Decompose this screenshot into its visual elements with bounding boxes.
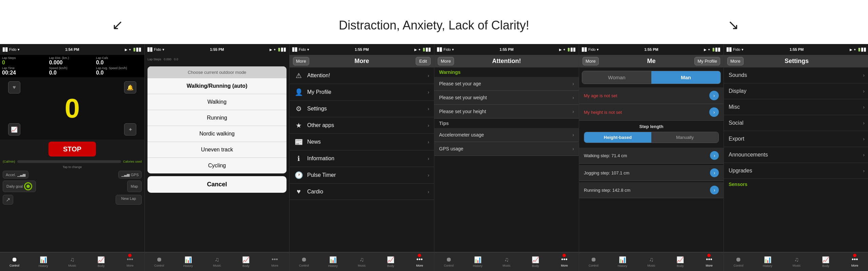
daily-goal-button[interactable]: Daily goal (3, 181, 36, 192)
tap-label[interactable]: Tap to change (0, 165, 144, 169)
warning-weight-label: Please set your weight (439, 95, 570, 100)
menu-item-settings[interactable]: ⚙ Settings › (290, 101, 434, 117)
tab-history[interactable]: 📊 History (29, 252, 58, 271)
attention-more-button[interactable]: More (438, 57, 454, 65)
menu-label-attention: Attention! (307, 72, 423, 79)
settings-display[interactable]: Display › (724, 83, 868, 99)
running-step-arrow[interactable]: › (710, 186, 719, 194)
height-based-button[interactable]: Height-based (584, 132, 651, 143)
star-icon-btn[interactable]: ✦ (124, 123, 136, 136)
option-walking[interactable]: Walking (147, 94, 287, 110)
height-row[interactable]: My height is not set › (579, 104, 724, 121)
manually-button[interactable]: Manually (651, 132, 718, 143)
status-time-5: 1:55 PM (644, 47, 658, 51)
bell-icon-btn[interactable]: 🔔 (124, 81, 136, 93)
gender-man-button[interactable]: Man (651, 71, 721, 84)
tab4-more[interactable]: ••• More (550, 252, 579, 271)
edit-button[interactable]: Edit (416, 57, 431, 65)
tab-music[interactable]: ♫ Music (58, 252, 86, 271)
tab-more[interactable]: ••• More (116, 252, 144, 271)
tab5-control[interactable]: ⏺ Control (579, 252, 608, 271)
tab2-music[interactable]: ♫ Music (202, 252, 231, 271)
heart-icon-btn[interactable]: ♥ (8, 81, 20, 93)
jogging-step-arrow[interactable]: › (710, 168, 719, 177)
new-lap-button[interactable]: New Lap (116, 195, 142, 205)
settings-social[interactable]: Social › (724, 115, 868, 131)
option-nordic-walking[interactable]: Nordic walking (147, 126, 287, 142)
tab3-body[interactable]: 📈 Body (376, 252, 405, 271)
gender-woman-button[interactable]: Woman (582, 71, 651, 84)
menu-item-cardio[interactable]: ♥ Cardio › (290, 184, 434, 200)
option-uneven-track[interactable]: Uneven track (147, 142, 287, 158)
tab3-more[interactable]: ••• More (405, 252, 434, 271)
warning-weight[interactable]: Please set your weight › (434, 91, 579, 105)
walking-step-arrow[interactable]: › (710, 151, 719, 160)
tab6-control[interactable]: ⏺ Control (724, 252, 753, 271)
age-edit-button[interactable]: › (709, 91, 719, 100)
menu-item-news[interactable]: 📰 News › (290, 134, 434, 150)
tab4-control[interactable]: ⏺ Control (434, 252, 463, 271)
tab4-history[interactable]: 📊 History (463, 252, 492, 271)
tab-control[interactable]: ⏺ Control (0, 252, 29, 271)
tab2-body[interactable]: 📈 Body (232, 252, 260, 271)
option-cycling[interactable]: Cycling (147, 158, 287, 173)
age-row[interactable]: My age is not set › (579, 87, 724, 104)
tab2-more[interactable]: ••• More (260, 252, 289, 271)
warning-age[interactable]: Please set your age › (434, 77, 579, 91)
settings-upgrades[interactable]: Upgrades › (724, 163, 868, 179)
tab6-body[interactable]: 📈 Body (811, 252, 840, 271)
tip-accelerometer-label: Accelerometer usage (439, 132, 570, 138)
tab2-history[interactable]: 📊 History (174, 252, 202, 271)
walking-step-row[interactable]: Walking step: 71.4 cm › (579, 148, 724, 164)
running-step-row[interactable]: Running step: 142.8 cm › (579, 182, 724, 198)
stop-button[interactable]: STOP (48, 142, 96, 157)
settings-sounds[interactable]: Sounds › (724, 67, 868, 83)
settings-misc[interactable]: Misc › (724, 99, 868, 115)
social-chevron: › (863, 120, 865, 126)
tip-accelerometer[interactable]: Accelerometer usage › (434, 128, 579, 142)
tab6-music[interactable]: ♫ Music (782, 252, 811, 271)
tab-body[interactable]: 📈 Body (87, 252, 116, 271)
cancel-button[interactable]: Cancel (147, 176, 287, 193)
height-edit-button[interactable]: › (709, 107, 719, 117)
display-label: Display (729, 88, 863, 94)
tab2-control[interactable]: ⏺ Control (145, 252, 174, 271)
warning-age-label: Please set your age (439, 81, 570, 86)
menu-item-attention[interactable]: ⚠ Attention! › (290, 67, 434, 84)
tab4-control-icon: ⏺ (446, 256, 452, 263)
tab5-history[interactable]: 📊 History (608, 252, 637, 271)
tab6-history[interactable]: 📊 History (753, 252, 782, 271)
tab3-control[interactable]: ⏺ Control (290, 252, 318, 271)
menu-item-information[interactable]: ℹ Information › (290, 150, 434, 167)
menu-item-my-profile[interactable]: 👤 My Profile › (290, 84, 434, 101)
gps-button[interactable]: ▁▃▅ GPS (118, 171, 142, 179)
map-button[interactable]: Map (127, 181, 142, 192)
warning-height[interactable]: Please set your height › (434, 105, 579, 119)
jogging-step-row[interactable]: Jogging step: 107.1 cm › (579, 165, 724, 181)
tab3-music[interactable]: ♫ Music (347, 252, 376, 271)
tab5-more[interactable]: ••• More (695, 252, 724, 271)
accel-button[interactable]: Accel. ▁▃▅ (3, 171, 28, 179)
settings-export[interactable]: Export › (724, 131, 868, 147)
share-button[interactable]: ↗ (3, 195, 13, 205)
option-running[interactable]: Running (147, 110, 287, 126)
option-walking-running[interactable]: Walking/Running (auto) (147, 78, 287, 94)
more-back-button[interactable]: More (293, 57, 309, 65)
me-more-button[interactable]: More (583, 57, 599, 65)
tab4-body[interactable]: 📈 Body (521, 252, 550, 271)
counter-value: 0 (65, 95, 80, 122)
menu-item-pulse-timer[interactable]: 🕐 Pulse Timer › (290, 167, 434, 184)
tab-bar-6: ⏺ Control 📊 History ♫ Music 📈 Body ••• M… (724, 252, 868, 271)
tip-gps[interactable]: GPS usage › (434, 142, 579, 156)
chart-icon-btn[interactable]: 📈 (8, 123, 20, 136)
settings-more-button[interactable]: More (727, 57, 744, 65)
tab5-body[interactable]: 📈 Body (666, 252, 695, 271)
settings-announcements[interactable]: Announcements › (724, 147, 868, 163)
tab4-music[interactable]: ♫ Music (492, 252, 521, 271)
tab6-more[interactable]: ••• More (840, 252, 868, 271)
menu-item-other-apps[interactable]: ★ Other apps › (290, 117, 434, 134)
tab3-history[interactable]: 📊 History (318, 252, 347, 271)
my-profile-button[interactable]: My Profile (694, 57, 720, 65)
tab5-music[interactable]: ♫ Music (637, 252, 666, 271)
tab3-control-label: Control (299, 264, 309, 267)
